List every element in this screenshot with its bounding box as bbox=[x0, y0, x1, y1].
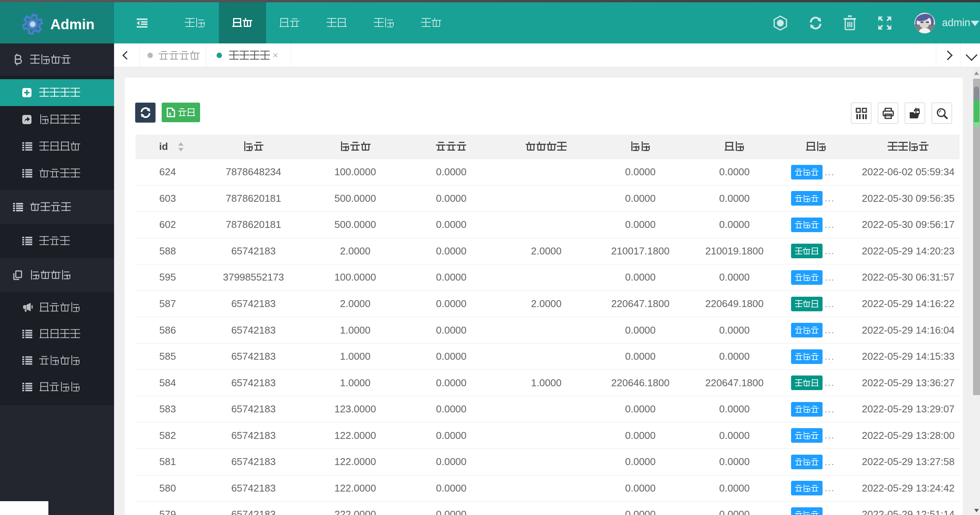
svg-text:x: x bbox=[169, 111, 171, 116]
